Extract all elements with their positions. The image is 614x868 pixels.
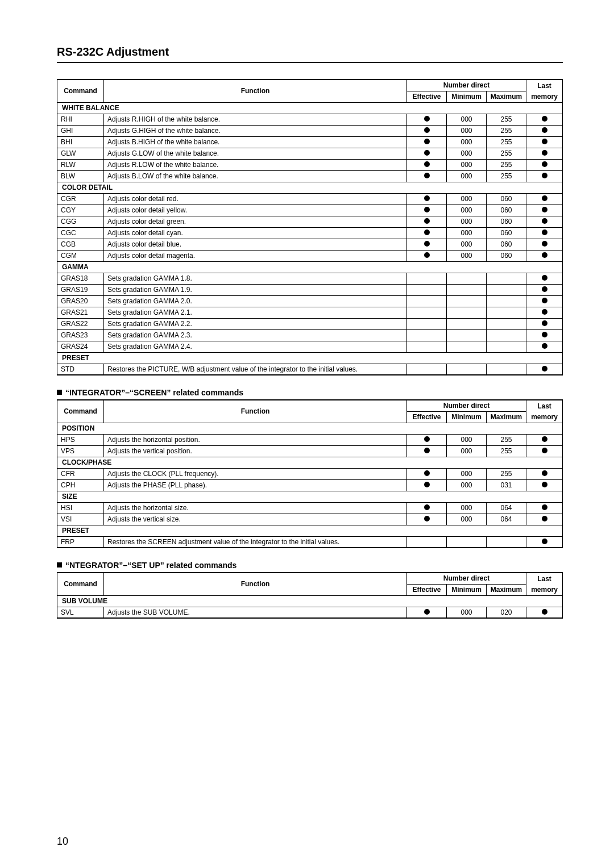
- bullet-icon: [542, 482, 547, 487]
- cell-effective: [407, 284, 447, 295]
- cell-effective: [407, 125, 447, 136]
- bullet-icon: [424, 139, 430, 144]
- cell-minimum: [447, 273, 487, 284]
- cell-command: CGM: [57, 250, 104, 261]
- cell-maximum: 031: [487, 479, 526, 491]
- cell-effective: [407, 329, 447, 341]
- cell-last-memory: [526, 445, 563, 457]
- cell-function: Adjusts B.LOW of the white balance.: [104, 170, 407, 182]
- cell-last-memory: [526, 125, 563, 136]
- cell-maximum: 060: [487, 216, 526, 227]
- header-minimum: Minimum: [447, 411, 487, 423]
- cell-function: Adjusts B.HIGH of the white balance.: [104, 136, 407, 148]
- header-memory: memory: [526, 91, 563, 102]
- cell-function: Adjusts the vertical position.: [104, 445, 407, 457]
- table-section-row: SIZE: [57, 491, 563, 502]
- header-last: Last: [526, 400, 563, 411]
- cell-effective: [407, 536, 447, 548]
- table-row: FRPRestores the SCREEN adjustment value …: [57, 536, 563, 548]
- cell-function: Adjusts color detail red.: [104, 193, 407, 205]
- cell-maximum: [487, 364, 526, 375]
- cell-effective: [407, 479, 447, 491]
- bullet-icon: [542, 436, 547, 442]
- table-row: GHIAdjusts G.HIGH of the white balance.0…: [57, 125, 563, 136]
- table-row: HPSAdjusts the horizontal position.00025…: [57, 434, 563, 445]
- header-maximum: Maximum: [487, 411, 526, 423]
- cell-effective: [407, 273, 447, 284]
- bullet-icon: [424, 229, 430, 235]
- bullet-icon: [424, 436, 430, 442]
- cell-minimum: 000: [447, 125, 487, 136]
- cell-last-memory: [526, 273, 563, 284]
- bullet-icon: [542, 320, 547, 326]
- table-row: CGGAdjusts color detail green.000060: [57, 216, 563, 227]
- cell-minimum: 000: [447, 159, 487, 170]
- cell-function: Adjusts color detail cyan.: [104, 227, 407, 239]
- cell-function: Adjusts the vertical size.: [104, 514, 407, 525]
- cell-command: GRAS22: [57, 318, 104, 329]
- cell-last-memory: [526, 159, 563, 170]
- command-table: CommandFunctionNumber directLastEffectiv…: [57, 79, 563, 375]
- cell-command: GRAS21: [57, 307, 104, 318]
- section-heading: “NTEGRATOR”–“SET UP” related commands: [57, 561, 563, 570]
- cell-command: HSI: [57, 502, 104, 514]
- table-row: CGBAdjusts color detail blue.000060: [57, 239, 563, 250]
- cell-command: VSI: [57, 514, 104, 525]
- header-command: Command: [57, 573, 104, 595]
- table-section-row: PRESET: [57, 525, 563, 536]
- header-effective: Effective: [407, 411, 447, 423]
- cell-function: Adjusts the SUB VOLUME.: [104, 607, 407, 618]
- cell-function: Restores the PICTURE, W/B adjustment val…: [104, 364, 407, 375]
- bullet-icon: [542, 173, 547, 178]
- cell-maximum: 255: [487, 114, 526, 125]
- cell-command: CGR: [57, 193, 104, 205]
- table-row: HSIAdjusts the horizontal size.000064: [57, 502, 563, 514]
- cell-last-memory: [526, 216, 563, 227]
- cell-function: Adjusts the horizontal size.: [104, 502, 407, 514]
- cell-function: Restores the SCREEN adjustment value of …: [104, 536, 407, 548]
- table-row: GRAS24Sets gradation GAMMA 2.4.: [57, 341, 563, 352]
- header-command: Command: [57, 400, 104, 423]
- cell-minimum: [447, 364, 487, 375]
- group-title: CLOCK/PHASE: [57, 457, 563, 468]
- header-function: Function: [104, 400, 407, 423]
- cell-maximum: [487, 318, 526, 329]
- cell-function: Sets gradation GAMMA 2.3.: [104, 329, 407, 341]
- table-row: CPHAdjusts the PHASE (PLL phase).000031: [57, 479, 563, 491]
- cell-minimum: 000: [447, 205, 487, 216]
- cell-minimum: 000: [447, 227, 487, 239]
- cell-command: RLW: [57, 159, 104, 170]
- group-title: SIZE: [57, 491, 563, 502]
- cell-command: GRAS23: [57, 329, 104, 341]
- bullet-icon: [542, 286, 547, 292]
- table-section-row: CLOCK/PHASE: [57, 457, 563, 468]
- table-section-row: GAMMA: [57, 261, 563, 273]
- cell-command: GRAS24: [57, 341, 104, 352]
- bullet-icon: [542, 470, 547, 476]
- cell-last-memory: [526, 502, 563, 514]
- bullet-icon: [424, 448, 430, 453]
- cell-function: Adjusts color detail yellow.: [104, 205, 407, 216]
- cell-last-memory: [526, 227, 563, 239]
- table-row: RHIAdjusts R.HIGH of the white balance.0…: [57, 114, 563, 125]
- cell-function: Sets gradation GAMMA 2.1.: [104, 307, 407, 318]
- bullet-icon: [424, 516, 430, 521]
- cell-last-memory: [526, 170, 563, 182]
- cell-maximum: 020: [487, 607, 526, 618]
- cell-function: Adjusts the CLOCK (PLL frequency).: [104, 468, 407, 479]
- table-section-row: POSITION: [57, 423, 563, 434]
- cell-maximum: [487, 536, 526, 548]
- header-effective: Effective: [407, 91, 447, 102]
- cell-effective: [407, 193, 447, 205]
- cell-last-memory: [526, 607, 563, 618]
- cell-function: Adjusts G.HIGH of the white balance.: [104, 125, 407, 136]
- cell-effective: [407, 239, 447, 250]
- cell-maximum: 255: [487, 170, 526, 182]
- cell-maximum: [487, 341, 526, 352]
- cell-minimum: [447, 307, 487, 318]
- cell-effective: [407, 295, 447, 307]
- command-table: CommandFunctionNumber directLastEffectiv…: [57, 572, 563, 619]
- command-table: CommandFunctionNumber directLastEffectiv…: [57, 399, 563, 548]
- cell-maximum: 060: [487, 239, 526, 250]
- cell-command: GRAS20: [57, 295, 104, 307]
